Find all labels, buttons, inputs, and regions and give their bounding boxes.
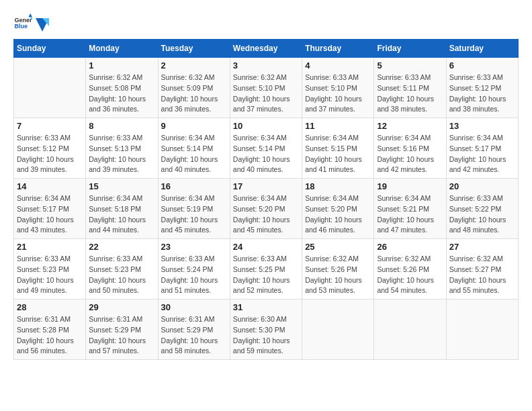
svg-text:General: General bbox=[14, 17, 32, 24]
calendar-cell: 26Sunrise: 6:32 AM Sunset: 5:26 PM Dayli… bbox=[374, 239, 446, 300]
day-number: 7 bbox=[17, 121, 83, 131]
day-detail: Sunrise: 6:33 AM Sunset: 5:12 PM Dayligh… bbox=[449, 73, 515, 115]
day-number: 13 bbox=[449, 121, 515, 131]
day-detail: Sunrise: 6:32 AM Sunset: 5:26 PM Dayligh… bbox=[305, 254, 371, 296]
day-number: 16 bbox=[161, 181, 227, 191]
page-header: General Blue bbox=[13, 13, 519, 32]
day-number: 20 bbox=[449, 181, 515, 191]
day-detail: Sunrise: 6:34 AM Sunset: 5:21 PM Dayligh… bbox=[377, 193, 443, 236]
day-number: 29 bbox=[89, 302, 154, 312]
day-number: 31 bbox=[233, 302, 299, 312]
day-detail: Sunrise: 6:33 AM Sunset: 5:10 PM Dayligh… bbox=[305, 73, 371, 115]
day-number: 25 bbox=[305, 242, 371, 252]
day-number: 24 bbox=[233, 242, 299, 252]
calendar-cell bbox=[446, 300, 518, 360]
calendar-cell: 25Sunrise: 6:32 AM Sunset: 5:26 PM Dayli… bbox=[302, 239, 374, 300]
calendar-cell: 22Sunrise: 6:33 AM Sunset: 5:23 PM Dayli… bbox=[86, 239, 158, 300]
day-number: 8 bbox=[89, 121, 154, 131]
week-row-1: 1Sunrise: 6:32 AM Sunset: 5:08 PM Daylig… bbox=[14, 58, 519, 118]
day-detail: Sunrise: 6:32 AM Sunset: 5:26 PM Dayligh… bbox=[377, 254, 443, 296]
day-detail: Sunrise: 6:34 AM Sunset: 5:14 PM Dayligh… bbox=[161, 133, 227, 175]
header-day-monday: Monday bbox=[86, 40, 158, 58]
week-row-4: 21Sunrise: 6:33 AM Sunset: 5:23 PM Dayli… bbox=[14, 239, 519, 300]
calendar-cell: 28Sunrise: 6:31 AM Sunset: 5:28 PM Dayli… bbox=[14, 300, 86, 360]
day-detail: Sunrise: 6:33 AM Sunset: 5:23 PM Dayligh… bbox=[89, 254, 154, 296]
week-row-3: 14Sunrise: 6:34 AM Sunset: 5:17 PM Dayli… bbox=[14, 179, 519, 239]
calendar-cell bbox=[302, 300, 374, 360]
day-detail: Sunrise: 6:34 AM Sunset: 5:17 PM Dayligh… bbox=[17, 193, 83, 236]
day-number: 28 bbox=[17, 302, 83, 312]
header-day-friday: Friday bbox=[374, 40, 446, 58]
calendar-header-row: SundayMondayTuesdayWednesdayThursdayFrid… bbox=[14, 40, 519, 58]
day-detail: Sunrise: 6:34 AM Sunset: 5:16 PM Dayligh… bbox=[377, 133, 443, 175]
week-row-5: 28Sunrise: 6:31 AM Sunset: 5:28 PM Dayli… bbox=[14, 300, 519, 360]
day-number: 30 bbox=[161, 302, 227, 312]
day-number: 19 bbox=[377, 181, 443, 191]
calendar-cell: 2Sunrise: 6:32 AM Sunset: 5:09 PM Daylig… bbox=[158, 58, 230, 118]
day-number: 12 bbox=[377, 121, 443, 131]
day-number: 21 bbox=[17, 242, 83, 252]
calendar-cell: 20Sunrise: 6:33 AM Sunset: 5:22 PM Dayli… bbox=[446, 179, 518, 239]
day-detail: Sunrise: 6:31 AM Sunset: 5:29 PM Dayligh… bbox=[89, 314, 154, 357]
calendar-cell: 29Sunrise: 6:31 AM Sunset: 5:29 PM Dayli… bbox=[86, 300, 158, 360]
header-day-saturday: Saturday bbox=[446, 40, 518, 58]
day-number: 9 bbox=[161, 121, 227, 131]
calendar-cell: 11Sunrise: 6:34 AM Sunset: 5:15 PM Dayli… bbox=[302, 118, 374, 179]
day-detail: Sunrise: 6:34 AM Sunset: 5:18 PM Dayligh… bbox=[89, 193, 154, 236]
logo-icon: General Blue bbox=[13, 13, 32, 32]
day-detail: Sunrise: 6:30 AM Sunset: 5:30 PM Dayligh… bbox=[233, 314, 299, 357]
day-number: 11 bbox=[305, 121, 371, 131]
calendar-cell: 31Sunrise: 6:30 AM Sunset: 5:30 PM Dayli… bbox=[230, 300, 302, 360]
day-number: 27 bbox=[449, 242, 515, 252]
header-day-sunday: Sunday bbox=[14, 40, 86, 58]
calendar-cell: 13Sunrise: 6:34 AM Sunset: 5:17 PM Dayli… bbox=[446, 118, 518, 179]
calendar-cell: 16Sunrise: 6:34 AM Sunset: 5:19 PM Dayli… bbox=[158, 179, 230, 239]
calendar-cell: 9Sunrise: 6:34 AM Sunset: 5:14 PM Daylig… bbox=[158, 118, 230, 179]
day-number: 23 bbox=[161, 242, 227, 252]
day-detail: Sunrise: 6:31 AM Sunset: 5:28 PM Dayligh… bbox=[17, 314, 83, 357]
day-number: 26 bbox=[377, 242, 443, 252]
day-detail: Sunrise: 6:33 AM Sunset: 5:23 PM Dayligh… bbox=[17, 254, 83, 296]
day-detail: Sunrise: 6:32 AM Sunset: 5:08 PM Dayligh… bbox=[89, 73, 154, 115]
day-detail: Sunrise: 6:34 AM Sunset: 5:20 PM Dayligh… bbox=[233, 193, 299, 236]
calendar-cell: 21Sunrise: 6:33 AM Sunset: 5:23 PM Dayli… bbox=[14, 239, 86, 300]
svg-marker-2 bbox=[28, 13, 32, 17]
calendar-cell: 15Sunrise: 6:34 AM Sunset: 5:18 PM Dayli… bbox=[86, 179, 158, 239]
calendar-table: SundayMondayTuesdayWednesdayThursdayFrid… bbox=[13, 39, 519, 360]
calendar-cell: 1Sunrise: 6:32 AM Sunset: 5:08 PM Daylig… bbox=[86, 58, 158, 118]
day-detail: Sunrise: 6:33 AM Sunset: 5:13 PM Dayligh… bbox=[89, 133, 154, 175]
day-detail: Sunrise: 6:34 AM Sunset: 5:15 PM Dayligh… bbox=[305, 133, 371, 175]
day-detail: Sunrise: 6:34 AM Sunset: 5:19 PM Dayligh… bbox=[161, 193, 227, 236]
day-number: 2 bbox=[161, 60, 227, 71]
day-number: 10 bbox=[233, 121, 299, 131]
day-number: 15 bbox=[89, 181, 154, 191]
calendar-cell: 30Sunrise: 6:31 AM Sunset: 5:29 PM Dayli… bbox=[158, 300, 230, 360]
header-day-thursday: Thursday bbox=[302, 40, 374, 58]
day-detail: Sunrise: 6:33 AM Sunset: 5:11 PM Dayligh… bbox=[377, 73, 443, 115]
calendar-cell: 4Sunrise: 6:33 AM Sunset: 5:10 PM Daylig… bbox=[302, 58, 374, 118]
calendar-cell bbox=[374, 300, 446, 360]
calendar-cell: 5Sunrise: 6:33 AM Sunset: 5:11 PM Daylig… bbox=[374, 58, 446, 118]
day-detail: Sunrise: 6:33 AM Sunset: 5:25 PM Dayligh… bbox=[233, 254, 299, 296]
header-day-wednesday: Wednesday bbox=[230, 40, 302, 58]
day-number: 18 bbox=[305, 181, 371, 191]
week-row-2: 7Sunrise: 6:33 AM Sunset: 5:12 PM Daylig… bbox=[14, 118, 519, 179]
day-detail: Sunrise: 6:33 AM Sunset: 5:24 PM Dayligh… bbox=[161, 254, 227, 296]
logo-triangle-icon bbox=[36, 18, 49, 32]
calendar-cell bbox=[14, 58, 86, 118]
calendar-cell: 18Sunrise: 6:34 AM Sunset: 5:20 PM Dayli… bbox=[302, 179, 374, 239]
calendar-cell: 7Sunrise: 6:33 AM Sunset: 5:12 PM Daylig… bbox=[14, 118, 86, 179]
day-number: 14 bbox=[17, 181, 83, 191]
day-number: 22 bbox=[89, 242, 154, 252]
day-number: 5 bbox=[377, 60, 443, 71]
calendar-cell: 24Sunrise: 6:33 AM Sunset: 5:25 PM Dayli… bbox=[230, 239, 302, 300]
calendar-cell: 6Sunrise: 6:33 AM Sunset: 5:12 PM Daylig… bbox=[446, 58, 518, 118]
day-detail: Sunrise: 6:32 AM Sunset: 5:10 PM Dayligh… bbox=[233, 73, 299, 115]
calendar-cell: 8Sunrise: 6:33 AM Sunset: 5:13 PM Daylig… bbox=[86, 118, 158, 179]
calendar-cell: 27Sunrise: 6:32 AM Sunset: 5:27 PM Dayli… bbox=[446, 239, 518, 300]
day-detail: Sunrise: 6:33 AM Sunset: 5:12 PM Dayligh… bbox=[17, 133, 83, 175]
header-day-tuesday: Tuesday bbox=[158, 40, 230, 58]
day-detail: Sunrise: 6:32 AM Sunset: 5:27 PM Dayligh… bbox=[449, 254, 515, 296]
day-detail: Sunrise: 6:34 AM Sunset: 5:14 PM Dayligh… bbox=[233, 133, 299, 175]
calendar-cell: 14Sunrise: 6:34 AM Sunset: 5:17 PM Dayli… bbox=[14, 179, 86, 239]
